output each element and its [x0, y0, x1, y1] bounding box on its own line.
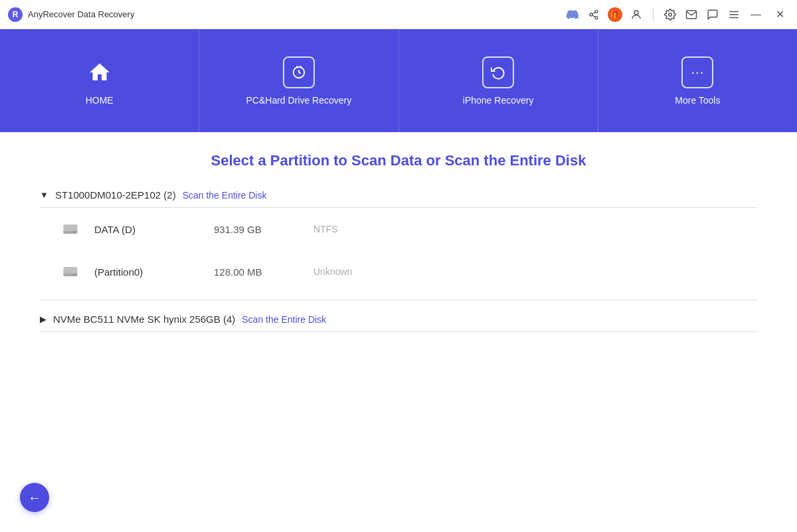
- promo-icon[interactable]: 🎁: [608, 7, 622, 22]
- app-logo-icon: R: [8, 7, 23, 22]
- disk-section-1: ▼ ST1000DM010-2EP102 (2) Scan the Entire…: [40, 189, 757, 300]
- svg-point-2: [595, 16, 598, 19]
- svg-line-3: [592, 15, 596, 17]
- svg-line-12: [299, 72, 301, 74]
- app-logo-area: R AnyRecover Data Recovery: [8, 7, 565, 22]
- partition-type-2: Unknown: [313, 266, 352, 277]
- divider: [653, 8, 654, 21]
- svg-point-0: [595, 10, 598, 13]
- disk-name-1: ST1000DM010-2EP102 (2): [55, 189, 176, 201]
- drive-icon-2: [60, 261, 81, 282]
- page-title: Select a Partition to Scan Data or Scan …: [40, 152, 757, 169]
- disk-name-2: NVMe BC511 NVMe SK hynix 256GB (4): [53, 313, 235, 325]
- nav-item-more-tools[interactable]: ··· More Tools: [598, 29, 797, 132]
- table-row[interactable]: (Partition0) 128.00 MB Unknown: [40, 250, 757, 293]
- close-button[interactable]: ✕: [770, 5, 789, 24]
- back-button[interactable]: ←: [20, 483, 49, 512]
- minimize-button[interactable]: —: [747, 5, 765, 24]
- scan-entire-disk-2[interactable]: Scan the Entire Disk: [242, 314, 326, 325]
- disk-header-2: ▶ NVMe BC511 NVMe SK hynix 256GB (4) Sca…: [40, 313, 757, 332]
- back-icon: ←: [28, 490, 41, 505]
- nav-iphone-label: iPhone Recovery: [463, 95, 534, 106]
- disk-section-2: ▶ NVMe BC511 NVMe SK hynix 256GB (4) Sca…: [40, 313, 757, 332]
- nav-item-iphone-recovery[interactable]: iPhone Recovery: [399, 29, 598, 132]
- partition-size-1: 931.39 GB: [214, 224, 300, 235]
- nav-more-label: More Tools: [675, 95, 720, 106]
- home-icon: [84, 56, 116, 88]
- user-icon[interactable]: [629, 7, 644, 22]
- partition-name-1: DATA (D): [94, 224, 201, 235]
- more-tools-icon: ···: [681, 56, 713, 88]
- svg-line-4: [592, 12, 596, 14]
- svg-point-5: [634, 11, 638, 15]
- discord-icon[interactable]: [565, 7, 580, 22]
- title-bar-icons: 🎁: [565, 7, 741, 22]
- title-bar: R AnyRecover Data Recovery 🎁: [0, 0, 797, 29]
- svg-point-15: [73, 231, 75, 233]
- mail-icon[interactable]: [684, 7, 699, 22]
- partition-type-1: NTFS: [313, 224, 338, 234]
- iphone-recovery-icon: [482, 56, 514, 88]
- main-content: Select a Partition to Scan Data or Scan …: [0, 132, 797, 365]
- share-icon[interactable]: [586, 7, 601, 22]
- partition-size-2: 128.00 MB: [214, 266, 300, 278]
- settings-icon[interactable]: [663, 7, 677, 22]
- svg-rect-17: [64, 273, 78, 276]
- nav-pc-label: PC&Hard Drive Recovery: [246, 95, 352, 106]
- window-controls: — ✕: [747, 5, 789, 24]
- nav-home-label: HOME: [86, 95, 114, 106]
- disk-expand-arrow-2[interactable]: ▶: [40, 314, 46, 324]
- scan-entire-disk-1[interactable]: Scan the Entire Disk: [183, 190, 267, 201]
- menu-icon[interactable]: [727, 7, 741, 22]
- nav-bar: HOME PC&Hard Drive Recovery iPhone Recov…: [0, 29, 797, 132]
- partition-list-1: DATA (D) 931.39 GB NTFS (Partition0) 128…: [40, 208, 757, 300]
- svg-point-18: [73, 274, 75, 276]
- partition-name-2: (Partition0): [94, 266, 201, 278]
- svg-point-1: [590, 13, 592, 16]
- nav-item-pc-recovery[interactable]: PC&Hard Drive Recovery: [199, 29, 398, 132]
- pc-recovery-icon: [283, 56, 315, 88]
- table-row[interactable]: DATA (D) 931.39 GB NTFS: [40, 208, 757, 250]
- chat-icon[interactable]: [705, 7, 720, 22]
- nav-item-home[interactable]: HOME: [0, 29, 199, 132]
- disk-header-1: ▼ ST1000DM010-2EP102 (2) Scan the Entire…: [40, 189, 757, 208]
- drive-icon: [60, 219, 81, 240]
- svg-rect-14: [64, 230, 78, 234]
- disk-expand-arrow-1[interactable]: ▼: [40, 190, 48, 200]
- app-title: AnyRecover Data Recovery: [28, 9, 134, 19]
- svg-point-6: [669, 13, 672, 16]
